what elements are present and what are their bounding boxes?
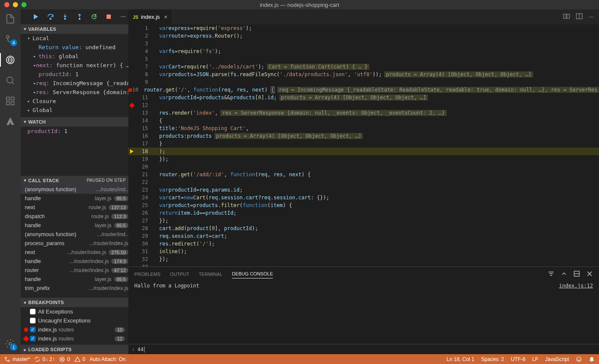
continue-icon[interactable] xyxy=(33,13,39,20)
var-req[interactable]: ▸req: IncomingMessage {_readableSt… xyxy=(21,79,128,88)
explorer-icon[interactable] xyxy=(4,13,16,25)
language-status[interactable]: JavaScript xyxy=(545,356,569,362)
tab-output[interactable]: Output xyxy=(170,270,189,278)
maximize-panel-icon[interactable] xyxy=(573,270,580,278)
maximize-window[interactable] xyxy=(21,2,27,7)
checkbox-icon[interactable] xyxy=(30,318,36,323)
bp-item[interactable]: ✓index.js routes10 xyxy=(21,325,128,334)
svg-point-3 xyxy=(7,77,13,83)
callstack-frame[interactable]: dispatchroute.js112:3 xyxy=(21,212,128,221)
bp-all-exceptions[interactable]: All Exceptions xyxy=(21,307,128,316)
more-icon[interactable]: ⋯ xyxy=(589,14,594,20)
callstack-frame[interactable]: handlelayer.js95:5 xyxy=(21,221,128,230)
encoding-status[interactable]: UTF-8 xyxy=(511,356,525,362)
debug-sidebar: ⋯ ▾Variables ▾Local Return value: undefi… xyxy=(21,9,128,354)
auto-attach[interactable]: Auto Attach: On xyxy=(89,356,125,362)
settings-badge: 1 xyxy=(10,344,17,351)
checkbox-icon[interactable]: ✓ xyxy=(30,327,36,332)
feedback-icon[interactable] xyxy=(576,356,582,362)
console-source-link[interactable]: index.js:12 xyxy=(559,283,593,342)
checkbox-icon[interactable]: ✓ xyxy=(30,336,36,341)
callstack-frame[interactable]: handlelayer.js95:5 xyxy=(21,275,128,284)
debug-repl[interactable]: ›44 xyxy=(128,344,599,354)
cursor-position[interactable]: Ln 18, Col 1 xyxy=(447,356,474,362)
tab-indexjs[interactable]: JSindex.js× xyxy=(128,9,172,24)
js-file-icon: JS xyxy=(133,15,138,20)
split-icon[interactable] xyxy=(576,13,583,21)
callstack-frame[interactable]: nextroute.js137:13 xyxy=(21,203,128,212)
loaded-scripts-title: Loaded Scripts xyxy=(28,347,71,352)
var-next[interactable]: ▸next: function next(err) { … } xyxy=(21,61,128,70)
settings-icon[interactable]: 1 xyxy=(4,338,16,350)
debug-icon[interactable] xyxy=(4,54,16,66)
scm-badge: 4 xyxy=(10,39,17,46)
svg-point-22 xyxy=(577,357,581,361)
svg-point-9 xyxy=(50,18,51,20)
variables-header[interactable]: ▾Variables xyxy=(21,24,128,34)
checkbox-icon[interactable] xyxy=(30,309,36,314)
callstack-frame[interactable]: trim_prefix.../router/index.js xyxy=(21,284,128,293)
var-this[interactable]: ▸this: global xyxy=(21,52,128,61)
breakpoints-title: Breakpoints xyxy=(28,300,64,305)
watch-header[interactable]: ▾Watch xyxy=(21,117,128,127)
loaded-scripts-header[interactable]: ▸Loaded Scripts xyxy=(21,345,128,354)
tab-debug-console[interactable]: Debug Console xyxy=(232,269,273,278)
git-sync[interactable]: 0↓ 2↑ xyxy=(34,356,55,362)
git-branch[interactable]: master* xyxy=(4,356,30,362)
callstack-frame[interactable]: process_params.../router/index.js xyxy=(21,239,128,248)
scope-global[interactable]: ▸Global xyxy=(21,106,128,115)
chevron-right-icon: › xyxy=(132,346,135,352)
callstack-frame[interactable]: router.../router/index.js47:12 xyxy=(21,266,128,275)
status-errors[interactable]: 0 xyxy=(59,356,70,362)
breakpoint-icon xyxy=(24,328,28,332)
collapse-icon[interactable] xyxy=(560,270,567,278)
window-title: index.js — nodejs-shopping-cart xyxy=(260,2,339,8)
svg-point-0 xyxy=(6,36,9,38)
stop-icon[interactable] xyxy=(105,13,112,20)
editor: JSindex.js× ⋯ 1var express = require('ex… xyxy=(128,9,599,354)
bp-item[interactable]: ✓index.js routes12 xyxy=(21,334,128,343)
minimize-window[interactable] xyxy=(13,2,18,7)
step-over-icon[interactable] xyxy=(47,13,54,20)
compare-icon[interactable] xyxy=(563,13,570,21)
watch-item[interactable]: productId: 1 xyxy=(21,127,128,136)
step-into-icon[interactable] xyxy=(62,13,68,20)
bell-icon[interactable] xyxy=(589,356,595,362)
callstack-frame[interactable]: (anonymous function).../routes/ind.. xyxy=(21,185,128,194)
svg-point-10 xyxy=(65,18,66,20)
more-icon[interactable]: ⋯ xyxy=(120,13,127,20)
callstack-frame[interactable]: handlelayer.js95:5 xyxy=(21,194,128,203)
code-area[interactable]: 1var express = require('express');2var r… xyxy=(128,24,599,266)
var-res[interactable]: ▸res: ServerResponse {domain: null… xyxy=(21,88,128,97)
repl-input[interactable]: 44 xyxy=(137,346,143,352)
azure-icon[interactable] xyxy=(4,115,16,127)
filter-icon[interactable] xyxy=(548,270,555,278)
callstack-frame[interactable]: (anonymous function).../router/ind.. xyxy=(21,230,128,239)
callstack-frame[interactable]: handle.../router/index.js174:3 xyxy=(21,257,128,266)
breakpoints-header[interactable]: ▾Breakpoints xyxy=(21,298,128,307)
status-warnings[interactable]: 0 xyxy=(74,356,86,362)
var-productid[interactable]: productId: 1 xyxy=(21,70,128,79)
scope-closure[interactable]: ▸Closure xyxy=(21,97,128,106)
extensions-icon[interactable] xyxy=(4,95,16,107)
close-window[interactable] xyxy=(4,2,9,7)
var-return[interactable]: Return value: undefined xyxy=(21,43,128,52)
eol-status[interactable]: LF xyxy=(532,356,538,362)
indent-status[interactable]: Spaces: 2 xyxy=(481,356,504,362)
scm-icon[interactable]: 4 xyxy=(4,33,16,45)
svg-rect-5 xyxy=(11,97,14,100)
callstack-list: (anonymous function).../routes/ind..hand… xyxy=(21,185,128,298)
close-panel-icon[interactable] xyxy=(586,270,593,278)
console-output[interactable]: Hallo from a Logpoint index.js:12 xyxy=(128,281,599,344)
search-icon[interactable] xyxy=(4,74,16,86)
close-icon[interactable]: × xyxy=(164,14,168,20)
callstack-header[interactable]: ▾Call StackPaused on step xyxy=(21,176,128,185)
step-out-icon[interactable] xyxy=(76,13,83,20)
bp-uncaught-exceptions[interactable]: Uncaught Exceptions xyxy=(21,316,128,325)
restart-icon[interactable] xyxy=(91,13,98,20)
svg-rect-6 xyxy=(6,102,9,105)
tab-problems[interactable]: Problems xyxy=(134,270,160,278)
tab-terminal[interactable]: Terminal xyxy=(199,270,222,278)
scope-local[interactable]: ▾Local xyxy=(21,34,128,43)
callstack-frame[interactable]: next.../router/index.js275:10 xyxy=(21,248,128,257)
